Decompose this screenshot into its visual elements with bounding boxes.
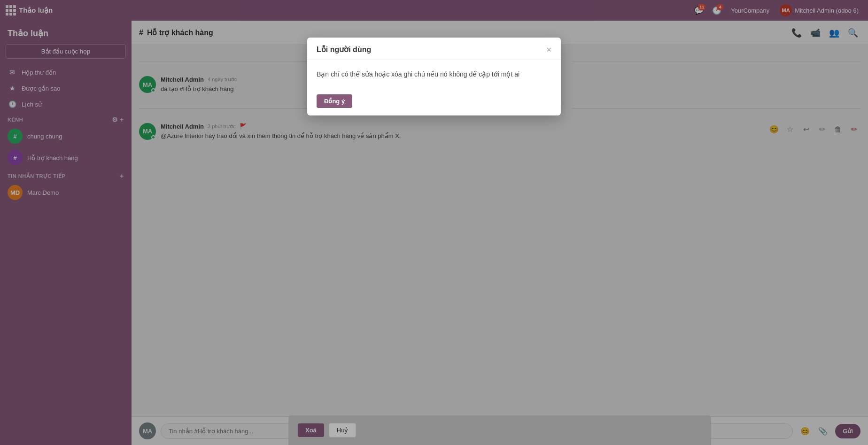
modal-header: Lỗi người dùng × (307, 38, 561, 60)
modal-message: Bạn chỉ có thể sửa hoặc xóa ghi chú nếu … (317, 69, 551, 79)
error-modal: Lỗi người dùng × Bạn chỉ có thể sửa hoặc… (307, 38, 561, 115)
modal-body: Bạn chỉ có thể sửa hoặc xóa ghi chú nếu … (307, 60, 561, 89)
modal-title: Lỗi người dùng (317, 45, 371, 54)
modal-overlay[interactable]: Lỗi người dùng × Bạn chỉ có thể sửa hoặc… (0, 0, 868, 445)
modal-close-button[interactable]: × (546, 46, 551, 54)
confirm-button[interactable]: Đồng ý (317, 94, 352, 108)
modal-footer-error: Đồng ý (307, 89, 561, 115)
